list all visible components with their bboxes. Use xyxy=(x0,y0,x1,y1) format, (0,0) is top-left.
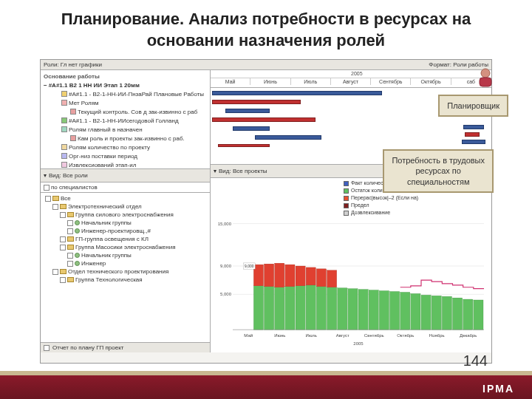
svg-text:Октябрь: Октябрь xyxy=(397,333,414,338)
gantt-bar[interactable] xyxy=(225,109,270,113)
page-number: 144 xyxy=(463,352,488,369)
tree-item-label: Извлексиований этап-ил xyxy=(69,162,136,168)
person-icon xyxy=(75,220,80,225)
tree-item[interactable]: Ролям количество по проекту xyxy=(42,143,208,151)
month-cell: Сентябрь xyxy=(371,78,411,85)
org-item-label: Инженер xyxy=(81,260,106,267)
tree-root[interactable]: #А#1.1 В2 1 НН ИИ Этап 1 20мм xyxy=(49,82,140,89)
timeline-header: 2005 МайИюньИюльАвгустСентябрьОктябрьсаб xyxy=(211,70,491,88)
svg-text:9,000: 9,000 xyxy=(245,264,254,268)
checkbox-icon[interactable] xyxy=(67,228,73,234)
org-item-label: Группа Технологическая xyxy=(75,276,143,283)
checkbox-icon[interactable] xyxy=(60,236,66,242)
filter-checkbox[interactable] xyxy=(44,185,50,191)
gantt-bar[interactable] xyxy=(465,132,480,137)
filter-label: по специалистов xyxy=(51,184,98,191)
gantt-bar[interactable] xyxy=(212,117,316,122)
folder-icon xyxy=(60,269,66,274)
org-item-label: ГП-группа освещения с КЛ xyxy=(75,236,149,242)
org-tree-item[interactable]: ГП-группа освещения с КЛ xyxy=(42,235,208,243)
color-swatch xyxy=(61,91,67,97)
gantt-bar[interactable] xyxy=(212,91,382,95)
tree-item[interactable]: Мет Ролям xyxy=(42,98,208,107)
org-item-label: Инженер-проектировщ.,# xyxy=(81,228,151,234)
tree-item[interactable]: Текущий контроль. Сов д зак-извинно с ра… xyxy=(42,107,208,116)
color-swatch xyxy=(61,100,67,106)
status-checkbox[interactable] xyxy=(44,345,50,351)
callout-demand: Потребность в трудовых ресурсах по специ… xyxy=(383,149,494,193)
resource-chart[interactable]: Факт количествоОстаток количествоПерерас… xyxy=(211,178,491,352)
svg-text:Май: Май xyxy=(244,333,253,338)
svg-rect-11 xyxy=(265,264,274,287)
svg-rect-35 xyxy=(453,298,463,330)
month-cell: Июнь xyxy=(250,78,290,85)
gantt-bar[interactable] xyxy=(255,135,321,140)
month-cell: Май xyxy=(211,78,250,85)
tree-item[interactable]: #А#1.1 - В2-1-НН-ИИсегодовой Голланд xyxy=(42,116,208,125)
org-tree-item[interactable]: Инженер-проектировщ.,# xyxy=(42,227,208,235)
svg-text:Декабрь: Декабрь xyxy=(460,333,477,338)
checkbox-icon[interactable] xyxy=(67,220,73,226)
tree-item-label: #А#1.1 - В2-1-НН-ИИ-ПнзаРай Плановые Раб… xyxy=(69,91,204,98)
gantt-bar[interactable] xyxy=(212,100,301,104)
tree-item[interactable]: Орг-низ поставки период xyxy=(42,151,208,160)
org-tree-item[interactable]: Группа Масосики электроснабжения xyxy=(42,243,208,251)
org-tree-item[interactable]: Инженер xyxy=(42,259,208,267)
svg-rect-8 xyxy=(253,286,263,330)
org-item-label: Все xyxy=(61,195,71,202)
tree-item-label: Текущий контроль. Сов д зак-извинно с ра… xyxy=(78,109,197,115)
checkbox-icon[interactable] xyxy=(60,277,66,283)
gantt-bar[interactable] xyxy=(463,125,484,129)
org-item-label: Группа силового электроснабжения xyxy=(75,211,174,218)
planner-icon xyxy=(474,66,497,92)
folder-icon xyxy=(52,196,59,201)
role-tree[interactable]: Основание работы −#А#1.1 В2 1 НН ИИ Этап… xyxy=(41,70,210,169)
color-swatch xyxy=(61,144,67,150)
org-tree-item[interactable]: Все xyxy=(42,194,208,202)
org-tree-item[interactable]: Начальник группы xyxy=(42,251,208,259)
checkbox-icon[interactable] xyxy=(60,212,66,218)
folder-icon xyxy=(67,236,74,242)
checkbox-icon[interactable] xyxy=(52,269,58,275)
tree-header: Основание работы xyxy=(44,73,100,80)
logo: IPMA xyxy=(482,383,514,395)
svg-rect-1 xyxy=(480,78,491,86)
gantt-bar[interactable] xyxy=(233,126,270,131)
svg-rect-27 xyxy=(369,290,378,330)
svg-rect-12 xyxy=(275,287,284,330)
svg-rect-21 xyxy=(316,269,326,287)
gantt-bar[interactable] xyxy=(218,144,270,147)
org-item-label: Электротехнический отдел xyxy=(68,203,142,210)
year-label: 2005 xyxy=(351,71,363,76)
color-swatch xyxy=(61,126,67,132)
checkbox-icon[interactable] xyxy=(45,196,51,202)
checkbox-icon[interactable] xyxy=(67,253,73,259)
month-cell: Август xyxy=(331,78,371,85)
person-icon xyxy=(75,228,80,233)
svg-rect-15 xyxy=(285,265,295,287)
org-tree-item[interactable]: Группа Технологическая xyxy=(42,276,208,284)
month-cell: Октябрь xyxy=(411,78,451,85)
tree-item[interactable]: Извлексиований этап-ил xyxy=(42,160,208,169)
svg-text:2005: 2005 xyxy=(353,341,364,346)
checkbox-icon[interactable] xyxy=(60,245,66,250)
checkbox-icon[interactable] xyxy=(52,204,58,210)
footer-bar xyxy=(0,375,532,399)
tree-item-label: Ролям количество по проекту xyxy=(69,144,150,151)
org-item-label: Группа Масосики электроснабжения xyxy=(75,244,176,250)
org-tree-item[interactable]: Начальник группы xyxy=(42,219,208,227)
org-tree-item[interactable]: Группа силового электроснабжения xyxy=(42,211,208,219)
tree-item[interactable]: Ролям главный в назначен xyxy=(42,125,208,134)
org-tree[interactable]: ВсеЭлектротехнический отделГруппа силово… xyxy=(41,193,210,342)
checkbox-icon[interactable] xyxy=(67,261,73,267)
app-window: Роли: Гл нет графики Формат: Роли работы… xyxy=(40,59,492,364)
tree-item-label: Орг-низ поставки период xyxy=(69,153,137,160)
org-tree-item[interactable]: Отдел технического проектирования xyxy=(42,267,208,276)
tree-item[interactable]: #А#1.1 - В2-1-НН-ИИ-ПнзаРай Плановые Раб… xyxy=(42,89,208,98)
tree-item-label: Кам роль и проекты зак-извинно с раб. xyxy=(78,135,185,142)
svg-rect-37 xyxy=(474,300,483,330)
tree-item[interactable]: Кам роль и проекты зак-извинно с раб. xyxy=(42,134,208,143)
svg-rect-31 xyxy=(411,293,420,330)
org-tree-item[interactable]: Электротехнический отдел xyxy=(42,202,208,211)
gantt-bar[interactable] xyxy=(462,140,485,144)
